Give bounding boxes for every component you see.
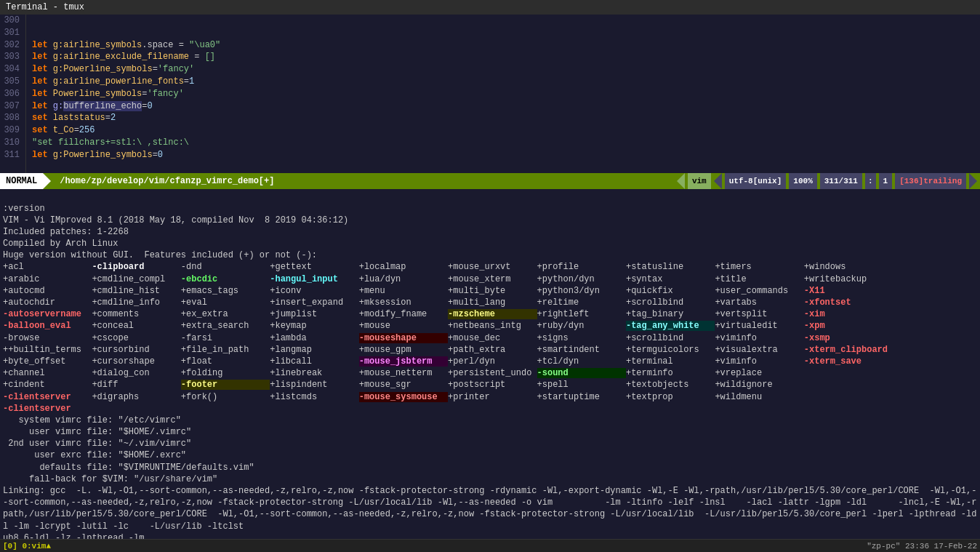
tmux-tab: [0] 0:vim▲ [3,542,51,551]
editor-area[interactable]: 300 301 302 303 304 305 306 307 308 309 … [0,15,980,552]
vim-indicator: vim [688,173,711,189]
mode-badge: NORMAL [0,173,43,189]
code-content: let g:airline_symbols.space = "\ua0" let… [26,15,980,173]
encoding-indicator: utf-8[unix] [725,173,787,189]
line-numbers: 300 301 302 303 304 305 306 307 308 309 … [0,15,26,173]
bottom-bar: [0] 0:vim▲ "zp-pc" 23:36 17-Feb-22 [0,539,980,552]
zoom-indicator: 100% [789,173,816,189]
filepath: /home/zp/develop/vim/cfanzp_vimrc_demo[+… [51,176,674,186]
statusline: NORMAL /home/zp/develop/vim/cfanzp_vimrc… [0,173,980,189]
status-right: vim utf-8[unix] 100% 311/311 : 1 [136]tr… [674,173,980,189]
title-bar: Terminal - tmux [0,0,980,15]
position-indicator: 311/311 [820,173,862,189]
col-num: 1 [879,173,893,189]
col-indicator: : [865,173,876,189]
command-area: :version VIM - Vi IMproved 8.1 (2018 May… [0,189,980,539]
mode-arrow [43,173,51,189]
title-text: Terminal - tmux [6,2,84,12]
tmux-status-right: "zp-pc" 23:36 17-Feb-22 [867,542,977,551]
terminal-window: Terminal - tmux 300 301 302 303 304 305 … [0,0,980,552]
trailing-indicator: [136]trailing [895,173,966,189]
